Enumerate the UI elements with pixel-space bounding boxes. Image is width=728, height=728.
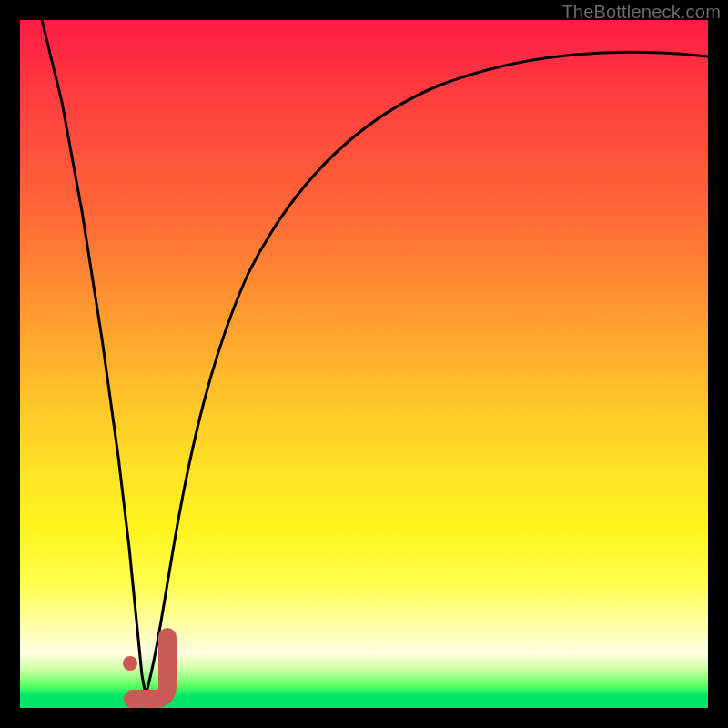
curve-right-branch xyxy=(146,52,708,695)
curve-layer xyxy=(20,20,708,708)
optimum-marker-dot xyxy=(123,656,137,671)
chart-frame: TheBottleneck.com xyxy=(0,0,728,728)
attribution-label: TheBottleneck.com xyxy=(561,2,721,23)
curve-left-branch xyxy=(42,20,146,695)
